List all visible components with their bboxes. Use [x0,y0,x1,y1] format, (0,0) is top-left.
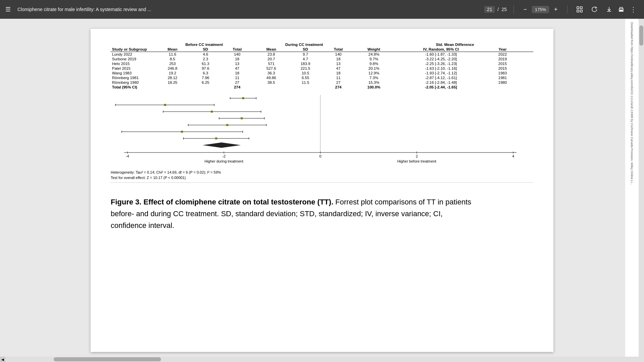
svg-rect-26 [226,124,228,126]
svg-rect-0 [577,7,579,9]
zoom-in-button[interactable]: + [551,5,560,14]
svg-rect-3 [580,10,582,12]
download-button[interactable] [604,4,614,15]
svg-rect-5 [620,10,623,11]
svg-text:4: 4 [512,154,514,158]
svg-text:0: 0 [319,154,321,158]
col-mean-before: Mean [154,47,191,52]
page-current[interactable]: 21 [484,6,495,13]
svg-text:-2: -2 [222,154,226,158]
svg-rect-1 [580,7,582,9]
table-row: Rönnberg 1981 28.12 7.96 11 49.86 6.55 1… [111,75,533,80]
col-study-header: Study or Subgroup [111,47,154,52]
svg-rect-2 [577,10,579,12]
table-row: Rönnberg 1980 18.25 6.25 27 38.5 11.5 27… [111,80,533,85]
pdf-page: Before CC treatment During CC treatment … [91,29,553,352]
table-row: Surbone 2019 8.5 2.3 18 20.7 4.7 18 9.7%… [111,57,533,61]
table-row: Lundy 2022 11.6 4.6 140 23.8 9.7 140 24.… [111,52,533,57]
toolbar: ☰ Clomiphene citrate for male infertilit… [0,0,644,19]
more-options-button[interactable]: ⋮ [628,4,639,15]
heterogeneity-line2: Test for overall effect: Z = 10.17 (P < … [111,176,533,180]
page-separator: / [497,7,499,12]
col-total-before: Total [220,47,254,52]
menu-icon[interactable]: ☰ [5,6,11,13]
forest-plot-svg: -4-2024Higher during treatmentHigher bef… [111,92,533,168]
svg-text:-4: -4 [126,154,129,158]
svg-rect-10 [242,97,244,99]
col-year: Year [489,47,517,52]
col-sd-during: SD [288,47,322,52]
figure-caption: Figure 3. Effect of clomiphene citrate o… [111,196,480,232]
print-button[interactable] [616,4,627,15]
svg-rect-18 [211,111,213,113]
heterogeneity-line1: Heterogeneity: Tau² = 0.14; Chi² = 14.69… [111,170,533,174]
toolbar-right: ⋮ [604,4,639,15]
svg-text:2: 2 [416,154,418,158]
svg-rect-30 [181,131,183,133]
scroll-left-arrow[interactable]: ◀ [0,357,5,362]
pdf-content-area: Before CC treatment During CC treatment … [0,19,644,362]
figure-caption-bold: Figure 3. Effect of clomiphene citrate o… [111,198,333,206]
svg-rect-34 [215,137,217,139]
col-total-during: Total [322,47,354,52]
scrollbar-thumb[interactable] [54,357,161,361]
table-row: Patel 2015 246.8 97.6 47 527.6 221.5 47 … [111,66,533,71]
header-during-cc: During CC treatment [254,42,354,47]
side-watermark: Downloaded from https://onlinelibrary.wi… [625,19,639,362]
horizontal-scrollbar[interactable] [0,357,644,362]
document-title: Clomiphene citrate for male infertility:… [17,7,480,12]
forest-plot-container: Before CC treatment During CC treatment … [111,42,533,183]
header-before-cc: Before CC treatment [154,42,254,47]
svg-text:Higher during treatment: Higher during treatment [205,159,244,163]
fit-page-button[interactable] [574,4,585,15]
table-row: Helo 2015 253 61.3 13 571 183.9 13 9.8% … [111,61,533,66]
divider2 [567,5,568,13]
bottom-border [111,182,533,183]
col-iv: IV, Random, 95% CI [393,47,489,52]
svg-marker-35 [203,142,241,148]
svg-rect-14 [164,104,166,106]
zoom-value[interactable]: 175% [532,6,549,13]
page-total: 25 [501,7,507,12]
total-row: Total (95% CI) 274 274 100.0% -2.05 [-2.… [111,85,533,89]
svg-text:Higher before treatment: Higher before treatment [397,159,436,163]
vertical-scrollbar[interactable] [639,19,644,357]
col-weight: Weight [354,47,393,52]
header-smd: Std. Mean Difference [393,42,517,47]
col-sd-before: SD [191,47,220,52]
forest-combined: -4-2024Higher during treatmentHigher bef… [111,92,533,169]
forest-plot-table: Before CC treatment During CC treatment … [111,42,533,89]
rotate-button[interactable] [589,4,600,15]
vertical-scrollbar-thumb[interactable] [639,25,643,46]
col-mean-during: Mean [254,47,288,52]
page-navigation: 21 / 25 [484,6,507,13]
table-row: Wang 1983 19.2 6.3 18 36.3 10.5 18 12.9%… [111,71,533,75]
divider [514,5,514,13]
zoom-out-button[interactable]: − [521,5,530,14]
zoom-controls: − 175% + [521,5,560,14]
svg-rect-22 [241,117,243,119]
